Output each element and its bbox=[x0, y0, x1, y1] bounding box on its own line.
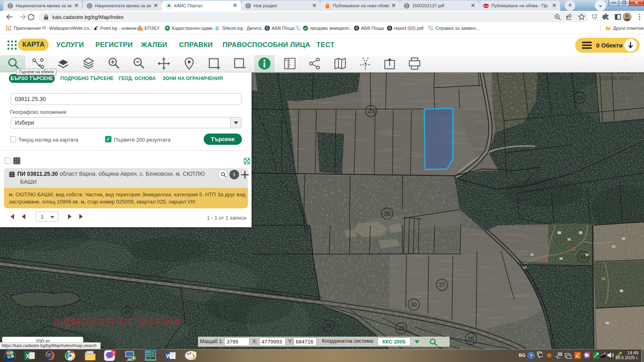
svg-text:30: 30 bbox=[468, 335, 474, 342]
svg-text:?: ? bbox=[530, 353, 533, 358]
svg-text:28: 28 bbox=[325, 323, 332, 329]
svg-text:W: W bbox=[166, 353, 171, 359]
svg-text:49: 49 bbox=[124, 309, 130, 315]
svg-text:25: 25 bbox=[368, 108, 374, 114]
svg-text:29: 29 bbox=[398, 325, 405, 331]
svg-text:ALD: ALD bbox=[484, 5, 489, 7]
svg-text:30: 30 bbox=[411, 301, 417, 308]
svg-text:ККС 2005 4780294, 683937: ККС 2005 4780294, 683937 bbox=[579, 76, 634, 80]
svg-text:91: 91 bbox=[580, 254, 586, 260]
svg-text:23: 23 bbox=[576, 95, 583, 101]
svg-text:X: X bbox=[26, 353, 30, 359]
svg-text:3: 3 bbox=[112, 351, 114, 355]
svg-text:27: 27 bbox=[439, 282, 445, 288]
svg-text:26: 26 bbox=[384, 210, 390, 217]
